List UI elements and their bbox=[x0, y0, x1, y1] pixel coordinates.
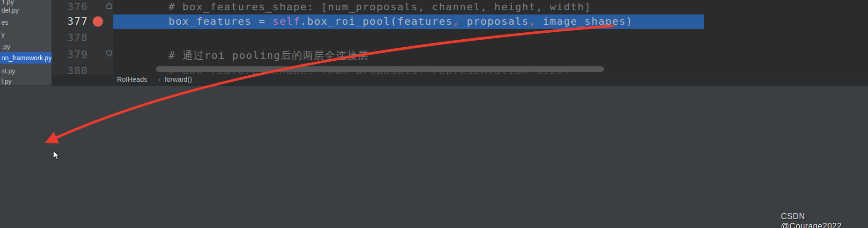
code-token: box_features = bbox=[169, 15, 272, 27]
code-token: , bbox=[529, 15, 536, 27]
mouse-cursor bbox=[52, 150, 62, 161]
code-line-376: # box_features_shape: [num_proposals, ch… bbox=[169, 1, 591, 13]
code-token: proposals bbox=[460, 15, 529, 27]
breadcrumb-method[interactable]: forward() bbox=[165, 76, 192, 83]
tree-item--py[interactable]: .py bbox=[0, 41, 52, 52]
tree-item-l-py[interactable]: l.py bbox=[0, 76, 52, 86]
fold-marker-icon[interactable] bbox=[106, 2, 113, 9]
code-token: image_shapes) bbox=[536, 15, 633, 27]
watermark: CSDN @Courage2022 bbox=[781, 212, 868, 228]
breadcrumb: RoIHeads › forward() bbox=[51, 74, 868, 86]
code-token: .box_roi_pool(features bbox=[300, 15, 453, 27]
horizontal-scrollbar-thumb[interactable] bbox=[156, 66, 604, 72]
code-token: self bbox=[272, 15, 300, 27]
tree-item-del-py[interactable]: del.py bbox=[0, 5, 52, 16]
tree-item-y[interactable]: y bbox=[0, 29, 52, 40]
tree-item-es[interactable]: es bbox=[0, 17, 52, 28]
code-token: , bbox=[453, 15, 460, 27]
ide-debug-screenshot: 1.pydel.pyesy.pynn_framework.pyst.pyl.py… bbox=[0, 0, 868, 228]
project-tree-panel: 1.pydel.pyesy.pynn_framework.pyst.pyl.py bbox=[0, 0, 52, 86]
breakpoint-icon[interactable] bbox=[93, 16, 103, 27]
line-number-378[interactable]: 378 bbox=[51, 32, 88, 43]
breadcrumb-separator: › bbox=[158, 76, 161, 83]
code-line-377: box_features = self.box_roi_pool(feature… bbox=[169, 15, 633, 27]
line-number-376[interactable]: 376 bbox=[51, 1, 88, 13]
tree-item-st-py[interactable]: st.py bbox=[0, 65, 52, 77]
fold-marker-icon[interactable] bbox=[106, 50, 113, 57]
code-line-379: # 通过roi_pooling后的两层全连接层 bbox=[169, 49, 369, 63]
code-token: # box_features_shape: [num_proposals, ch… bbox=[169, 1, 591, 13]
tree-item-nn-framework-py[interactable]: nn_framework.py bbox=[0, 52, 52, 64]
line-number-377[interactable]: 377 bbox=[51, 15, 88, 27]
line-number-379[interactable]: 379 bbox=[51, 49, 88, 60]
debug-tool-window bbox=[0, 86, 868, 228]
breadcrumb-class[interactable]: RoIHeads bbox=[117, 76, 147, 83]
code-token: # 通过roi_pooling后的两层全连接层 bbox=[169, 50, 369, 61]
